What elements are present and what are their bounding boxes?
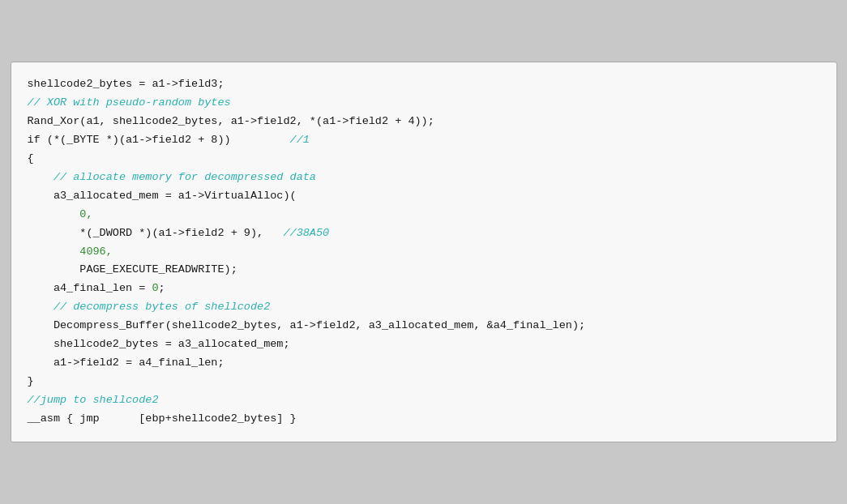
comment-inline-38a50: //38A50 — [283, 227, 329, 239]
number-4096: 4096, — [79, 246, 113, 258]
text-a4-final-assign: a4_final_len = — [28, 282, 152, 294]
close-brace: } — [28, 375, 34, 387]
code-line-14: Decompress_Buffer(shellcode2_bytes, a1->… — [28, 317, 820, 335]
comment-jump: //jump to shellcode2 — [28, 394, 159, 406]
code-line-16: a1->field2 = a4_final_len; — [28, 354, 820, 373]
text-decompress-buffer: Decompress_Buffer(shellcode2_bytes, a1->… — [28, 319, 586, 331]
comment-inline-1: //1 — [290, 134, 310, 146]
number-final-0: 0 — [152, 282, 158, 294]
text-param-0 — [28, 208, 80, 220]
code-line-18: //jump to shellcode2 — [28, 391, 820, 410]
code-line-3: Rand_Xor(a1, shellcode2_bytes, a1->field… — [28, 113, 820, 131]
text-rand-xor: Rand_Xor(a1, shellcode2_bytes, a1->field… — [28, 115, 434, 127]
code-line-1: shellcode2_bytes = a1->field3; — [28, 75, 820, 94]
text-field2-assign: a1->field2 = a4_final_len; — [28, 357, 225, 369]
text-param-indent — [28, 246, 80, 258]
code-line-5: { — [28, 150, 820, 169]
keyword-if: if (*(_BYTE *)(a1->field2 + 8)) — [28, 134, 290, 146]
number-0: 0, — [79, 208, 92, 220]
text-shellcode2-assign: shellcode2_bytes = a1->field3; — [28, 78, 225, 90]
code-line-10: 4096, — [28, 243, 820, 262]
text-asm-jmp: __asm { jmp [ebp+shellcode2_bytes] } — [28, 412, 297, 425]
comment-xor: // XOR with pseudo-random bytes — [28, 96, 231, 109]
code-line-9: *(_DWORD *)(a1->field2 + 9), //38A50 — [28, 224, 820, 243]
open-brace: { — [28, 152, 34, 164]
text-virtualalloc-assign: a3_allocated_mem = a1->VirtualAlloc)( — [28, 190, 297, 202]
code-block: shellcode2_bytes = a1->field3; // XOR wi… — [11, 62, 837, 442]
comment-allocate: // allocate memory for decompressed data — [28, 171, 316, 183]
code-line-2: // XOR with pseudo-random bytes — [28, 94, 820, 113]
code-line-17: } — [28, 373, 820, 391]
code-line-4: if (*(_BYTE *)(a1->field2 + 8)) //1 — [28, 131, 820, 150]
code-line-11: PAGE_EXECUTE_READWRITE); — [28, 261, 820, 280]
code-line-6: // allocate memory for decompressed data — [28, 169, 820, 187]
text-semicolon: ; — [159, 282, 165, 294]
code-line-7: a3_allocated_mem = a1->VirtualAlloc)( — [28, 187, 820, 206]
comment-decompress: // decompress bytes of shellcode2 — [28, 301, 271, 313]
code-line-15: shellcode2_bytes = a3_allocated_mem; — [28, 335, 820, 354]
code-line-12: a4_final_len = 0; — [28, 280, 820, 298]
code-line-13: // decompress bytes of shellcode2 — [28, 298, 820, 317]
text-dword-param: *(_DWORD *)(a1->field2 + 9), — [28, 227, 284, 239]
code-line-19: __asm { jmp [ebp+shellcode2_bytes] } — [28, 410, 820, 429]
text-page-execute: PAGE_EXECUTE_READWRITE); — [28, 263, 237, 275]
code-line-8: 0, — [28, 206, 820, 224]
text-shellcode2-reassign: shellcode2_bytes = a3_allocated_mem; — [28, 338, 290, 350]
